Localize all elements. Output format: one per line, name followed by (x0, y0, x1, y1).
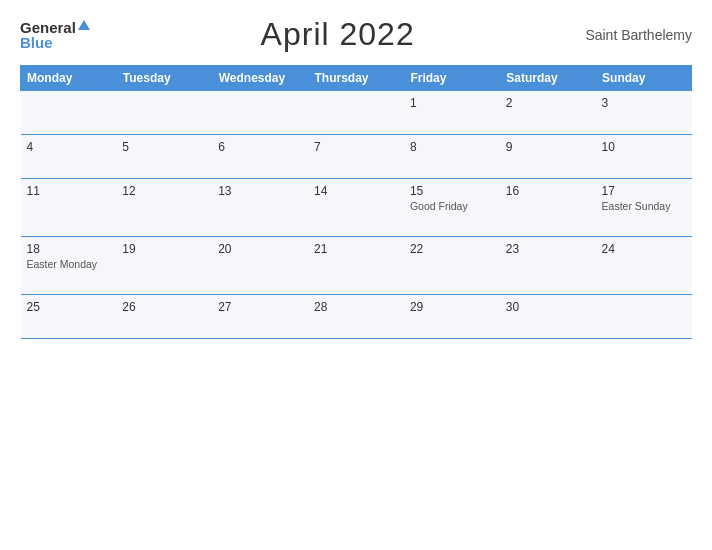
month-title: April 2022 (261, 16, 415, 53)
calendar-cell: 21 (308, 237, 404, 295)
day-number: 7 (314, 140, 398, 154)
weekday-header-friday: Friday (404, 66, 500, 91)
day-number: 30 (506, 300, 590, 314)
calendar-cell: 8 (404, 135, 500, 179)
weekday-header-thursday: Thursday (308, 66, 404, 91)
calendar-cell: 12 (116, 179, 212, 237)
day-number: 8 (410, 140, 494, 154)
day-number: 22 (410, 242, 494, 256)
day-number: 6 (218, 140, 302, 154)
calendar-cell: 9 (500, 135, 596, 179)
calendar-cell: 26 (116, 295, 212, 339)
calendar-cell: 16 (500, 179, 596, 237)
day-number: 13 (218, 184, 302, 198)
calendar-cell: 29 (404, 295, 500, 339)
calendar-cell: 6 (212, 135, 308, 179)
calendar-cell: 24 (596, 237, 692, 295)
week-row-4: 18Easter Monday192021222324 (21, 237, 692, 295)
day-number: 24 (602, 242, 686, 256)
calendar-cell: 2 (500, 91, 596, 135)
calendar-cell (21, 91, 117, 135)
logo-blue-text: Blue (20, 35, 53, 50)
holiday-label: Easter Monday (27, 258, 111, 270)
day-number: 18 (27, 242, 111, 256)
day-number: 17 (602, 184, 686, 198)
calendar-cell: 10 (596, 135, 692, 179)
calendar-page: General Blue April 2022 Saint Barthelemy… (0, 0, 712, 550)
day-number: 1 (410, 96, 494, 110)
calendar-cell (212, 91, 308, 135)
day-number: 10 (602, 140, 686, 154)
week-row-1: 123 (21, 91, 692, 135)
day-number: 5 (122, 140, 206, 154)
calendar-cell (308, 91, 404, 135)
calendar-cell: 20 (212, 237, 308, 295)
weekday-header-sunday: Sunday (596, 66, 692, 91)
calendar-cell: 27 (212, 295, 308, 339)
day-number: 12 (122, 184, 206, 198)
day-number: 23 (506, 242, 590, 256)
weekday-header-saturday: Saturday (500, 66, 596, 91)
logo-general-text: General (20, 20, 76, 35)
calendar-cell: 1 (404, 91, 500, 135)
logo-triangle-icon (78, 20, 90, 30)
calendar-cell: 19 (116, 237, 212, 295)
day-number: 3 (602, 96, 686, 110)
day-number: 27 (218, 300, 302, 314)
day-number: 26 (122, 300, 206, 314)
calendar-cell: 14 (308, 179, 404, 237)
day-number: 25 (27, 300, 111, 314)
calendar-cell: 4 (21, 135, 117, 179)
holiday-label: Easter Sunday (602, 200, 686, 212)
calendar-cell: 11 (21, 179, 117, 237)
week-row-3: 1112131415Good Friday1617Easter Sunday (21, 179, 692, 237)
week-row-5: 252627282930 (21, 295, 692, 339)
weekday-header-row: MondayTuesdayWednesdayThursdayFridaySatu… (21, 66, 692, 91)
holiday-label: Good Friday (410, 200, 494, 212)
day-number: 28 (314, 300, 398, 314)
day-number: 14 (314, 184, 398, 198)
day-number: 20 (218, 242, 302, 256)
calendar-cell: 13 (212, 179, 308, 237)
day-number: 16 (506, 184, 590, 198)
calendar-cell (116, 91, 212, 135)
calendar-cell (596, 295, 692, 339)
calendar-cell: 22 (404, 237, 500, 295)
day-number: 2 (506, 96, 590, 110)
day-number: 9 (506, 140, 590, 154)
day-number: 11 (27, 184, 111, 198)
logo: General Blue (20, 20, 90, 50)
day-number: 4 (27, 140, 111, 154)
calendar-cell: 17Easter Sunday (596, 179, 692, 237)
calendar-cell: 7 (308, 135, 404, 179)
week-row-2: 45678910 (21, 135, 692, 179)
day-number: 15 (410, 184, 494, 198)
calendar-cell: 30 (500, 295, 596, 339)
calendar-cell: 23 (500, 237, 596, 295)
day-number: 29 (410, 300, 494, 314)
day-number: 21 (314, 242, 398, 256)
header: General Blue April 2022 Saint Barthelemy (20, 16, 692, 53)
region-name: Saint Barthelemy (585, 27, 692, 43)
day-number: 19 (122, 242, 206, 256)
calendar-cell: 15Good Friday (404, 179, 500, 237)
calendar-cell: 18Easter Monday (21, 237, 117, 295)
weekday-header-monday: Monday (21, 66, 117, 91)
calendar-cell: 3 (596, 91, 692, 135)
calendar-cell: 5 (116, 135, 212, 179)
calendar-table: MondayTuesdayWednesdayThursdayFridaySatu… (20, 65, 692, 339)
calendar-cell: 25 (21, 295, 117, 339)
weekday-header-tuesday: Tuesday (116, 66, 212, 91)
calendar-cell: 28 (308, 295, 404, 339)
weekday-header-wednesday: Wednesday (212, 66, 308, 91)
